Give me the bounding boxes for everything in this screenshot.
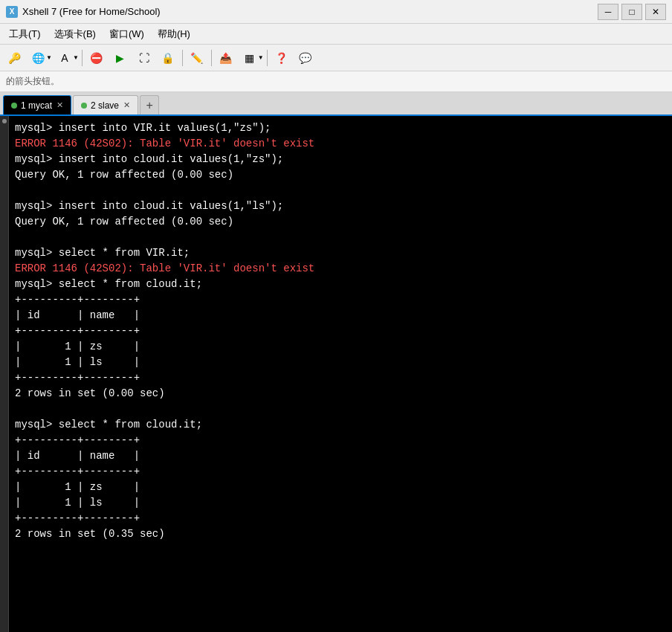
title-bar-controls: ─ □ ✕	[598, 4, 666, 20]
close-button[interactable]: ✕	[645, 4, 666, 20]
tab-close-slave[interactable]: ✕	[123, 100, 130, 110]
toolbar-dropdown-arrow-3: ▼	[258, 54, 264, 61]
toolbar-dropdown-arrow-1: ▼	[46, 54, 52, 61]
toolbar-dropdown-3: ▦ ▼	[239, 48, 264, 68]
side-dot	[2, 119, 7, 123]
toolbar-lock-btn[interactable]: 🔒	[157, 48, 179, 68]
toolbar-record-btn[interactable]: ▶	[109, 48, 132, 68]
toolbar-dropdown-1: 🌐 ▼	[27, 48, 52, 68]
tab-dot-slave	[81, 103, 87, 109]
tab-add-button[interactable]: +	[140, 95, 159, 115]
toolbar-dropdown-arrow-2: ▼	[73, 54, 79, 61]
toolbar-key-btn[interactable]: 🔑	[3, 48, 25, 68]
title-bar-left: X Xshell 7 (Free for Home/School)	[6, 6, 161, 18]
toolbar-sep-3	[211, 50, 212, 66]
tab-close-mycat[interactable]: ✕	[56, 100, 63, 110]
hint-text: 的箭头按钮。	[6, 75, 59, 88]
window-title: Xshell 7 (Free for Home/School)	[22, 6, 161, 17]
app-icon: X	[6, 6, 18, 18]
toolbar-edit-btn[interactable]: ✏️	[186, 48, 208, 68]
hint-bar: 的箭头按钮。	[0, 71, 672, 92]
toolbar-help-btn[interactable]: ❓	[271, 48, 293, 68]
tab-dot-mycat	[11, 103, 17, 109]
tab-label-mycat: 1 mycat	[21, 100, 52, 111]
toolbar-sep-2	[182, 50, 183, 66]
menu-tabs[interactable]: 选项卡(B)	[48, 26, 102, 42]
maximize-button[interactable]: □	[621, 4, 642, 20]
terminal[interactable]: mysql> insert into VIR.it values(1,"zs")…	[9, 116, 672, 632]
side-indicator	[0, 116, 9, 632]
toolbar-upload-btn[interactable]: 📤	[215, 48, 237, 68]
menu-bar: 工具(T) 选项卡(B) 窗口(W) 帮助(H)	[0, 24, 672, 45]
toolbar-stop-btn[interactable]: ⛔	[85, 48, 108, 68]
toolbar-sep-4	[267, 50, 268, 66]
tab-slave[interactable]: 2 slave ✕	[73, 95, 138, 115]
tab-bar: 1 mycat ✕ 2 slave ✕ +	[0, 92, 672, 116]
toolbar: 🔑 🌐 ▼ A ▼ ⛔ ▶ ⛶ 🔒 ✏️ 📤 ▦ ▼ ❓ 💬	[0, 45, 672, 71]
tab-label-slave: 2 slave	[91, 100, 119, 111]
terminal-wrapper: mysql> insert into VIR.it values(1,"zs")…	[0, 116, 672, 632]
minimize-button[interactable]: ─	[598, 4, 618, 20]
menu-tools[interactable]: 工具(T)	[3, 26, 47, 42]
title-bar: X Xshell 7 (Free for Home/School) ─ □ ✕	[0, 0, 672, 24]
toolbar-expand-btn[interactable]: ⛶	[133, 48, 155, 68]
tab-mycat[interactable]: 1 mycat ✕	[3, 95, 71, 115]
menu-help[interactable]: 帮助(H)	[152, 26, 196, 42]
toolbar-dropdown-2: A ▼	[54, 48, 79, 68]
toolbar-info-btn[interactable]: 💬	[294, 48, 317, 68]
menu-window[interactable]: 窗口(W)	[103, 26, 150, 42]
toolbar-sep-1	[82, 50, 83, 66]
